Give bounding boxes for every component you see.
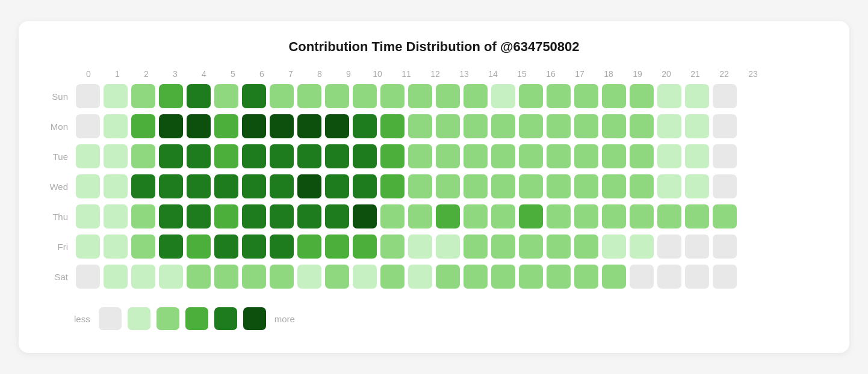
grid-cell [436, 114, 460, 138]
grid-cell [685, 235, 709, 259]
grid-cell [104, 204, 128, 228]
grid-cell [630, 204, 654, 228]
grid-cell [76, 174, 100, 198]
grid-cell [187, 235, 211, 259]
grid-cell [491, 84, 515, 108]
hour-label: 8 [305, 69, 334, 79]
grid-cell [547, 174, 571, 198]
grid-cell [657, 235, 681, 259]
grid-cell [353, 84, 377, 108]
grid-cell [657, 174, 681, 198]
day-label: Tue [43, 152, 74, 162]
grid-cell [574, 174, 598, 198]
grid-cell [630, 265, 654, 289]
grid-cell [408, 144, 432, 168]
grid-cell [159, 174, 183, 198]
grid-cell [270, 84, 294, 108]
grid-cell [547, 84, 571, 108]
hour-label: 6 [247, 69, 276, 79]
grid-cell [574, 235, 598, 259]
grid-cell [214, 235, 238, 259]
grid-cell [685, 144, 709, 168]
grid-cell [353, 235, 377, 259]
grid-cell [574, 204, 598, 228]
grid-cell [270, 174, 294, 198]
grid-cell [353, 204, 377, 228]
grid-cell [270, 114, 294, 138]
legend-more-label: more [274, 314, 295, 324]
hour-label: 12 [421, 69, 450, 79]
grid-cell [297, 144, 321, 168]
grid-cell [380, 114, 405, 138]
hour-label: 18 [594, 69, 623, 79]
grid-cell [519, 114, 543, 138]
grid-cell [187, 114, 211, 138]
grid-cell [519, 265, 543, 289]
legend-cell-0 [99, 307, 122, 330]
grid-cell [131, 174, 155, 198]
grid-cell [131, 265, 155, 289]
grid-cell [76, 84, 100, 108]
legend-cell-4 [214, 307, 237, 330]
grid-cell [657, 84, 681, 108]
hour-label: 10 [363, 69, 392, 79]
grid-cell [159, 235, 183, 259]
grid-cell [214, 265, 238, 289]
legend-cell-5 [243, 307, 266, 330]
hour-label: 11 [392, 69, 421, 79]
grid-cell [491, 174, 515, 198]
grid-cell [657, 114, 681, 138]
hour-label: 3 [161, 69, 190, 79]
grid-cell [76, 265, 100, 289]
grid-cell [270, 204, 294, 228]
hour-label: 4 [190, 69, 219, 79]
legend-cell-1 [128, 307, 150, 330]
grid-cell [353, 144, 377, 168]
grid-cell [325, 84, 349, 108]
grid-cell [602, 144, 626, 168]
hour-label: 7 [276, 69, 305, 79]
grid-cell [187, 144, 211, 168]
grid-cell [76, 144, 100, 168]
grid-cell [547, 204, 571, 228]
grid-cell [131, 144, 155, 168]
grid-cell [657, 204, 681, 228]
grid-cell [491, 265, 515, 289]
hour-label: 15 [507, 69, 536, 79]
grid-cell [353, 174, 377, 198]
grid-cell [463, 144, 488, 168]
grid-cell [214, 204, 238, 228]
grid-cell [408, 235, 432, 259]
day-label: Sat [43, 272, 74, 282]
grid-cell [630, 84, 654, 108]
grid-cell [214, 174, 238, 198]
grid-cell [657, 144, 681, 168]
grid-cell [436, 204, 460, 228]
grid-container: SunMonTueWedThuFriSat [43, 82, 739, 293]
grid-cell [491, 114, 515, 138]
grid-cell [519, 235, 543, 259]
grid-cell [325, 265, 349, 289]
grid-cell [297, 114, 321, 138]
grid-cell [713, 114, 737, 138]
grid-cell [159, 114, 183, 138]
grid-cell [297, 235, 321, 259]
legend-cell-3 [185, 307, 208, 330]
hour-label: 16 [536, 69, 565, 79]
hour-label: 20 [652, 69, 681, 79]
grid-cell [602, 84, 626, 108]
grid-cell [463, 84, 488, 108]
grid-cell [104, 265, 128, 289]
grid-row: Tue [43, 143, 739, 170]
grid-cell [131, 84, 155, 108]
grid-cell [602, 235, 626, 259]
grid-cell [214, 114, 238, 138]
grid-cell [547, 144, 571, 168]
grid-cell [242, 84, 266, 108]
grid-cell [408, 114, 432, 138]
grid-cell [380, 84, 405, 108]
grid-cell [547, 235, 571, 259]
day-label: Wed [43, 182, 74, 192]
grid-cell [519, 204, 543, 228]
contribution-card: Contribution Time Distribution of @63475… [19, 21, 849, 353]
